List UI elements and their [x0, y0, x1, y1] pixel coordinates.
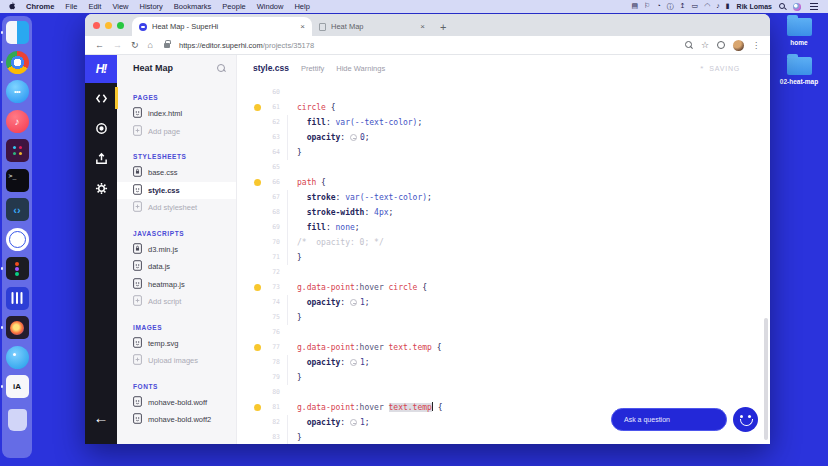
dock-item-trash[interactable] [8, 405, 27, 431]
desktop-folder-02-heat-map[interactable]: 02-heat-map [772, 57, 826, 85]
dock-item-clock[interactable] [6, 228, 29, 251]
sidebar-item-style-css[interactable]: style.css [117, 182, 236, 200]
chat-smiley-button[interactable] [733, 407, 758, 432]
menu-item-window[interactable]: Window [257, 2, 284, 11]
minimize-window-button[interactable] [105, 22, 112, 29]
settings-button[interactable] [85, 173, 117, 203]
code-line[interactable]: 65 [237, 160, 770, 175]
sidebar-item-upload-images[interactable]: Upload images [117, 352, 236, 370]
code-line[interactable]: 76 [237, 325, 770, 340]
dock-item-messages[interactable]: ••• [6, 80, 29, 103]
sidebar-item-heatmap-js[interactable]: heatmap.js [117, 276, 236, 294]
menu-item-history[interactable]: History [140, 2, 163, 11]
code-line[interactable]: 62 fill: var(--text-color); [237, 115, 770, 130]
publish-button[interactable] [85, 143, 117, 173]
sidebar-item-index-html[interactable]: index.html [117, 105, 236, 123]
desktop-folder-home[interactable]: home [772, 18, 826, 46]
editor-scrollbar[interactable] [764, 318, 768, 440]
dock-item-media[interactable] [6, 316, 29, 339]
dock-item-music[interactable]: ♪ [6, 110, 29, 133]
search-icon[interactable] [217, 64, 226, 73]
apple-icon[interactable] [8, 2, 16, 11]
menu-item-help[interactable]: Help [294, 2, 309, 11]
monitor-icon[interactable]: ▭ [692, 2, 699, 12]
menu-item-file[interactable]: File [65, 2, 77, 11]
dock-item-slack[interactable] [6, 139, 29, 162]
ask-question-input[interactable]: Ask a question [611, 408, 727, 431]
menu-item-chrome[interactable]: Chrome [26, 2, 54, 11]
menubar-username[interactable]: Rik Lomas [737, 3, 772, 10]
padlock-icon[interactable] [164, 43, 170, 48]
code-line[interactable]: 79} [237, 370, 770, 385]
browser-tab-1[interactable]: Heat Map - SuperHi× [132, 17, 312, 36]
close-window-button[interactable] [93, 22, 100, 29]
menu-item-edit[interactable]: Edit [88, 2, 101, 11]
sidebar-item-base-css[interactable]: base.css [117, 164, 236, 182]
code-line[interactable]: 66path { [237, 175, 770, 190]
code-line[interactable]: 78 opacity: 1; [237, 355, 770, 370]
reload-icon[interactable]: ↻ [131, 40, 139, 50]
sidebar-item-d3-min-js[interactable]: d3.min.js [117, 241, 236, 259]
code-line[interactable]: 68 stroke-width: 4px; [237, 205, 770, 220]
tab-close-icon[interactable]: × [300, 22, 305, 31]
menu-item-view[interactable]: View [112, 2, 128, 11]
dock-item-lines[interactable] [6, 287, 29, 310]
sidebar-item-add-script[interactable]: Add script [117, 293, 236, 311]
dock-item-bird[interactable] [6, 346, 29, 369]
code-editor[interactable]: 6061circle {62 fill: var(--text-color);6… [237, 81, 770, 444]
forward-icon[interactable]: → [113, 40, 122, 50]
notification-center-icon[interactable] [810, 6, 818, 7]
preview-button[interactable] [85, 113, 117, 143]
display-icon[interactable]: ▤ [631, 2, 638, 12]
profile-avatar[interactable] [733, 40, 744, 51]
code-line[interactable]: 69 fill: none; [237, 220, 770, 235]
hide-warnings-button[interactable]: Hide Warnings [336, 64, 385, 73]
number-widget-icon[interactable] [350, 419, 357, 426]
spotlight-search-icon[interactable] [779, 3, 786, 10]
extension-icon[interactable] [717, 41, 725, 49]
clock-icon[interactable]: ◔ [656, 2, 660, 12]
code-line[interactable]: 77g.data-point:hover text.temp { [237, 340, 770, 355]
sidebar-item-add-stylesheet[interactable]: Add stylesheet [117, 199, 236, 217]
fullscreen-window-button[interactable] [117, 22, 124, 29]
tab-close-icon[interactable]: × [420, 22, 425, 31]
wifi-icon[interactable]: ◠ [704, 2, 710, 12]
superhi-logo[interactable]: H! [85, 55, 117, 83]
dock-item-terminal[interactable]: >_ [6, 169, 29, 192]
number-widget-icon[interactable] [350, 299, 357, 306]
back-button[interactable]: ← [85, 409, 117, 426]
code-line[interactable]: 75} [237, 310, 770, 325]
code-line[interactable]: 64} [237, 145, 770, 160]
code-line[interactable]: 72 [237, 265, 770, 280]
url-field[interactable]: https://editor.superhi.com/projects/3517… [179, 41, 314, 50]
back-icon[interactable]: ← [95, 40, 104, 50]
code-line[interactable]: 74 opacity: 1; [237, 295, 770, 310]
sidebar-item-temp-svg[interactable]: temp.svg [117, 335, 236, 353]
sidebar-item-add-page[interactable]: Add page [117, 123, 236, 141]
code-line[interactable]: 61circle { [237, 100, 770, 115]
bookmark-star-icon[interactable]: ☆ [701, 40, 709, 50]
sidebar-item-mohave-bold-woff[interactable]: mohave-bold.woff [117, 394, 236, 412]
sidebar-item-data-js[interactable]: data.js [117, 258, 236, 276]
sidebar-item-mohave-bold-woff2[interactable]: mohave-bold.woff2 [117, 411, 236, 429]
dock-item-writer[interactable]: iA [6, 375, 29, 398]
number-widget-icon[interactable] [350, 359, 357, 366]
number-widget-icon[interactable] [350, 134, 357, 141]
vpn-icon[interactable]: ⚐ [644, 2, 650, 12]
code-line[interactable]: 80 [237, 385, 770, 400]
browser-tab-2[interactable]: Heat Map× [312, 17, 432, 36]
menu-item-bookmarks[interactable]: Bookmarks [174, 2, 212, 11]
code-line[interactable]: 63 opacity: 0; [237, 130, 770, 145]
code-line[interactable]: 60 [237, 85, 770, 100]
browser-menu-icon[interactable]: ⋮ [752, 41, 760, 50]
code-line[interactable]: 83} [237, 430, 770, 444]
dock-item-finder[interactable] [6, 21, 29, 44]
menu-item-people[interactable]: People [222, 2, 245, 11]
new-tab-button[interactable]: + [440, 21, 446, 33]
dock-item-figma[interactable] [6, 257, 29, 280]
prettify-button[interactable]: Prettify [301, 64, 324, 73]
home-icon[interactable]: ⌂ [148, 40, 153, 50]
code-view-button[interactable] [85, 83, 117, 113]
code-line[interactable]: 71} [237, 250, 770, 265]
dock-item-chrome[interactable] [6, 51, 29, 74]
